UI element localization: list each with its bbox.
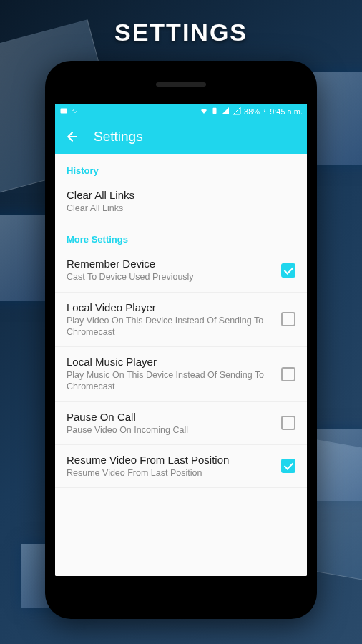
signal-icon bbox=[221, 107, 230, 117]
page-heading: SETTINGS bbox=[0, 0, 362, 47]
resume-video-title: Resume Video From Last Position bbox=[67, 454, 275, 466]
clock-text: 9:45 a.m. bbox=[270, 107, 303, 116]
remember-device-title: Remember Device bbox=[67, 258, 275, 270]
resume-video-item[interactable]: Resume Video From Last Position Resume V… bbox=[55, 445, 307, 488]
local-music-checkbox[interactable] bbox=[281, 367, 295, 381]
local-video-item[interactable]: Local Video Player Play Video On This De… bbox=[55, 293, 307, 348]
remember-device-checkbox[interactable] bbox=[281, 263, 295, 278]
local-music-title: Local Music Player bbox=[67, 356, 275, 368]
wifi-icon bbox=[200, 107, 208, 117]
resume-video-subtitle: Resume Video From Last Position bbox=[67, 467, 275, 479]
battery-text: 38% bbox=[244, 107, 260, 116]
clear-links-title: Clear All Links bbox=[67, 189, 295, 201]
local-music-subtitle: Play Music On This Device Instead Of Sen… bbox=[67, 369, 275, 393]
pause-call-title: Pause On Call bbox=[67, 411, 275, 423]
section-more-header: More Settings bbox=[55, 223, 307, 249]
app-bar: Settings bbox=[55, 119, 307, 154]
settings-content: History Clear All Links Clear All Links … bbox=[55, 154, 307, 576]
remember-device-subtitle: Cast To Device Used Previously bbox=[67, 271, 275, 283]
appbar-title: Settings bbox=[94, 129, 143, 145]
charging-icon bbox=[263, 107, 267, 117]
remember-device-item[interactable]: Remember Device Cast To Device Used Prev… bbox=[55, 249, 307, 292]
local-music-item[interactable]: Local Music Player Play Music On This De… bbox=[55, 347, 307, 402]
clear-all-links-item[interactable]: Clear All Links Clear All Links bbox=[55, 180, 307, 223]
local-video-checkbox[interactable] bbox=[281, 312, 295, 326]
back-icon[interactable] bbox=[65, 130, 79, 144]
pause-on-call-item[interactable]: Pause On Call Pause Video On Incoming Ca… bbox=[55, 402, 307, 445]
phone-frame: 38% 9:45 a.m. Settings History Clear All… bbox=[45, 61, 317, 619]
local-video-subtitle: Play Video On This Device Instead Of Sen… bbox=[67, 315, 275, 338]
status-bar: 38% 9:45 a.m. bbox=[55, 104, 307, 119]
signal2-icon bbox=[233, 107, 241, 117]
pause-call-subtitle: Pause Video On Incoming Call bbox=[67, 424, 275, 436]
resume-video-checkbox[interactable] bbox=[281, 459, 295, 473]
section-history-header: History bbox=[55, 154, 307, 180]
sim-icon bbox=[211, 107, 218, 117]
svg-rect-0 bbox=[61, 109, 67, 114]
message-icon bbox=[59, 107, 68, 117]
local-video-title: Local Video Player bbox=[67, 301, 275, 313]
phone-screen: 38% 9:45 a.m. Settings History Clear All… bbox=[55, 104, 307, 576]
clear-links-subtitle: Clear All Links bbox=[67, 203, 295, 214]
pause-call-checkbox[interactable] bbox=[281, 416, 295, 430]
svg-rect-1 bbox=[213, 108, 217, 114]
wifi-off-icon bbox=[71, 107, 79, 117]
